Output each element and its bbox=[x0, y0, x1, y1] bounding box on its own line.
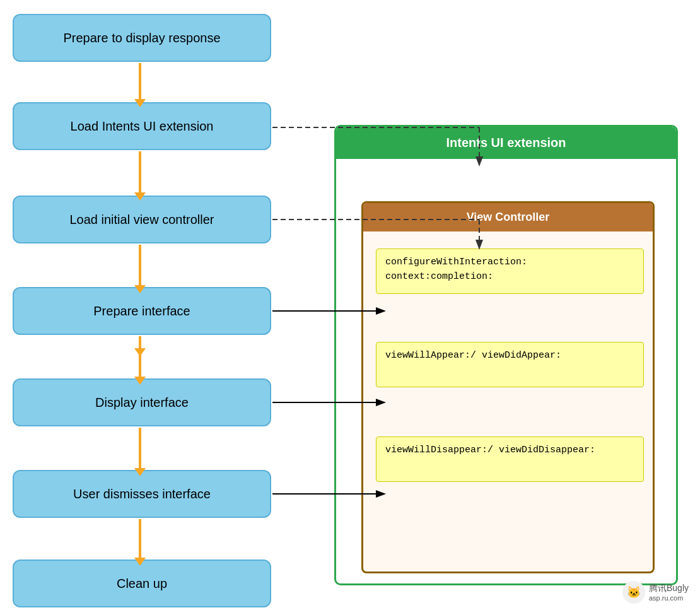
watermark-icon: 🐱 bbox=[622, 581, 645, 604]
intents-panel-header: Intents UI extension bbox=[336, 127, 676, 159]
watermark: 🐱 腾讯Bugly asp.ru.com bbox=[622, 581, 689, 604]
flow-box-load-vc: Load initial view controller bbox=[13, 196, 271, 243]
orange-arrow-3 bbox=[139, 245, 141, 286]
code-box-configure: configureWithInteraction: context:comple… bbox=[376, 249, 644, 294]
vc-panel-header: View Controller bbox=[363, 203, 653, 231]
orange-arrow-5 bbox=[139, 336, 141, 377]
flow-box-display-interface: Display interface bbox=[13, 378, 271, 426]
orange-arrow-7 bbox=[139, 519, 141, 558]
orange-arrow-6 bbox=[139, 428, 141, 469]
flow-box-clean-up: Clean up bbox=[13, 559, 271, 607]
flow-box-user-dismisses: User dismisses interface bbox=[13, 470, 271, 518]
watermark-text: 腾讯Bugly asp.ru.com bbox=[649, 583, 689, 602]
flow-box-prepare-display: Prepare to display response bbox=[13, 14, 271, 62]
vc-panel: View Controller configureWithInteraction… bbox=[361, 201, 655, 573]
code-box-view-appear: viewWillAppear:/ viewDidAppear: bbox=[376, 342, 644, 387]
intents-panel: Intents UI extension View Controller con… bbox=[334, 125, 678, 585]
flow-box-load-intents: Load Intents UI extension bbox=[13, 102, 271, 150]
diagram-container: Prepare to display response Load Intents… bbox=[0, 0, 700, 615]
flow-box-prepare-interface: Prepare interface bbox=[13, 287, 271, 335]
code-box-view-disappear: viewWillDisappear:/ viewDidDisappear: bbox=[376, 436, 644, 482]
orange-arrow-2 bbox=[139, 151, 141, 193]
orange-arrow-1 bbox=[139, 63, 141, 100]
